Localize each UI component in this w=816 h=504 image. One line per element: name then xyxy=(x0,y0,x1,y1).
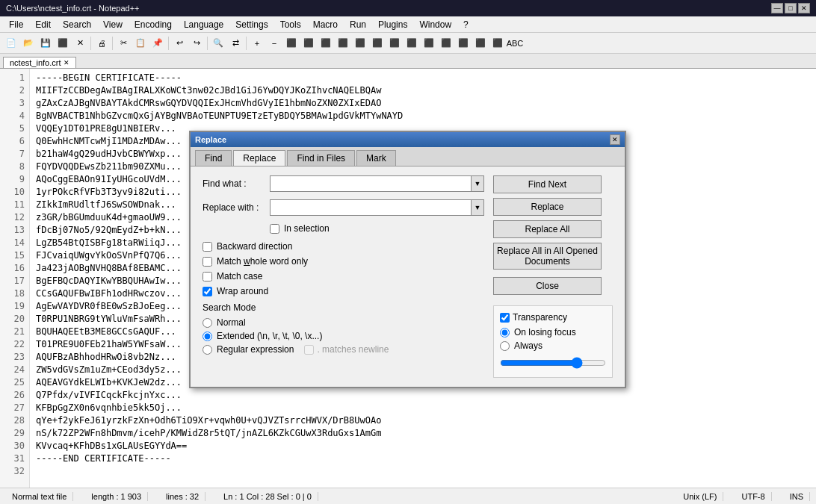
redo-btn[interactable]: ↪ xyxy=(188,35,205,52)
line-ending: Unix (LF) xyxy=(677,492,723,501)
match-whole-word-checkbox[interactable] xyxy=(203,257,212,267)
tb-btn-20[interactable]: ⬛ xyxy=(352,35,368,52)
normal-radio[interactable] xyxy=(203,318,212,328)
replace-all-button[interactable]: Replace All xyxy=(493,220,602,238)
match-whole-word-label: Match whole word only xyxy=(217,256,308,267)
dialog-close-button[interactable]: ✕ xyxy=(610,134,620,145)
match-case-checkbox[interactable] xyxy=(203,272,212,281)
tab-nctest[interactable]: nctest_info.crt ✕ xyxy=(3,57,76,68)
dialog-tab-findinfiles[interactable]: Find in Files xyxy=(287,150,355,166)
wrap-around-checkbox[interactable] xyxy=(203,287,212,296)
menu-macro[interactable]: Macro xyxy=(307,18,344,31)
tb-btn-17[interactable]: ⬛ xyxy=(300,35,317,52)
title-bar: C:\Users\nctest_info.crt - Notepad++ — □… xyxy=(0,0,816,16)
position-info: Ln : 1 Col : 28 Sel : 0 | 0 xyxy=(217,492,318,501)
matches-newline-row: . matches newline xyxy=(304,344,389,355)
dialog-tab-mark[interactable]: Mark xyxy=(356,150,396,166)
transparency-label: Transparency xyxy=(513,312,567,323)
tb-btn-19[interactable]: ⬛ xyxy=(335,35,351,52)
file-type: Normal text file xyxy=(6,492,73,501)
save-all-btn[interactable]: ⬛ xyxy=(55,35,71,52)
tb-btn-25[interactable]: ⬛ xyxy=(438,35,454,52)
on-losing-focus-radio[interactable] xyxy=(500,328,510,337)
tb-btn-26[interactable]: ⬛ xyxy=(455,35,472,52)
menu-search[interactable]: Search xyxy=(57,18,97,31)
tb-btn-21[interactable]: ⬛ xyxy=(369,35,386,52)
close-btn[interactable]: ✕ xyxy=(798,3,810,13)
close-btn[interactable]: ✕ xyxy=(72,35,88,52)
print-btn[interactable]: 🖨 xyxy=(93,35,110,52)
replace-button[interactable]: Replace xyxy=(493,198,602,216)
find-what-input[interactable] xyxy=(270,175,471,192)
menu-language[interactable]: Language xyxy=(178,18,229,31)
menu-window[interactable]: Window xyxy=(413,18,457,31)
extended-radio[interactable] xyxy=(203,332,212,341)
tb-btn-22[interactable]: ⬛ xyxy=(386,35,403,52)
spellcheck-btn[interactable]: ABC xyxy=(507,35,523,52)
tb-btn-24[interactable]: ⬛ xyxy=(421,35,437,52)
match-case-row: Match case xyxy=(203,271,484,281)
replace-all-opened-button[interactable]: Replace All in All OpenedDocuments xyxy=(493,243,602,270)
matches-newline-label: . matches newline xyxy=(317,344,389,355)
backward-direction-checkbox[interactable] xyxy=(203,242,212,252)
title-text: C:\Users\nctest_info.crt - Notepad++ xyxy=(6,4,771,13)
zoom-out-btn[interactable]: − xyxy=(266,35,282,52)
always-radio[interactable] xyxy=(500,341,510,351)
find-what-dropdown[interactable]: ▼ xyxy=(471,175,484,192)
in-selection-label: In selection xyxy=(284,223,330,234)
matches-newline-checkbox[interactable] xyxy=(304,345,314,355)
regex-radio[interactable] xyxy=(203,345,212,355)
paste-btn[interactable]: 📌 xyxy=(149,35,166,52)
regex-row: Regular expression . matches newline xyxy=(203,344,484,355)
save-btn[interactable]: 💾 xyxy=(37,35,54,52)
undo-btn[interactable]: ↩ xyxy=(171,35,188,52)
menu-view[interactable]: View xyxy=(97,18,129,31)
lines-info: lines : 32 xyxy=(160,492,205,501)
length-info: length : 1 903 xyxy=(85,492,148,501)
transparency-checkbox[interactable] xyxy=(500,313,510,323)
close-button[interactable]: Close xyxy=(493,277,602,295)
replace-with-dropdown[interactable]: ▼ xyxy=(471,199,484,216)
replace-with-input[interactable] xyxy=(270,199,471,216)
maximize-btn[interactable]: □ xyxy=(785,3,797,13)
find-next-button[interactable]: Find Next xyxy=(493,175,602,193)
tb-btn-16[interactable]: ⬛ xyxy=(283,35,300,52)
menu-help[interactable]: ? xyxy=(457,18,475,31)
dialog-tab-find[interactable]: Find xyxy=(195,150,232,166)
search-mode-section: Search Mode Normal Extended (\n, \r, \t,… xyxy=(203,302,484,355)
transparency-slider[interactable] xyxy=(500,357,606,369)
always-label: Always xyxy=(514,340,543,351)
menu-file[interactable]: File xyxy=(3,18,29,31)
tb-btn-28[interactable]: ⬛ xyxy=(489,35,506,52)
toolbar-sep-5 xyxy=(246,37,247,50)
toolbar-sep-1 xyxy=(90,37,91,50)
tb-btn-23[interactable]: ⬛ xyxy=(404,35,420,52)
on-losing-focus-row: On losing focus xyxy=(500,327,606,337)
copy-btn[interactable]: 📋 xyxy=(132,35,149,52)
transparency-section: Transparency On losing focus Always xyxy=(493,305,613,378)
dialog-tab-replace[interactable]: Replace xyxy=(233,150,285,166)
menu-edit[interactable]: Edit xyxy=(29,18,57,31)
minimize-btn[interactable]: — xyxy=(771,3,783,13)
zoom-in-btn[interactable]: + xyxy=(249,35,265,52)
dialog-tabs: Find Replace Find in Files Mark xyxy=(191,147,625,167)
find-btn[interactable]: 🔍 xyxy=(210,35,226,52)
replace-dialog: Replace ✕ Find Replace Find in Files Mar… xyxy=(189,131,626,388)
find-what-row: Find what : ▼ xyxy=(203,175,484,192)
tab-close-icon[interactable]: ✕ xyxy=(64,59,69,66)
menu-run[interactable]: Run xyxy=(344,18,372,31)
tb-btn-27[interactable]: ⬛ xyxy=(472,35,489,52)
match-case-label: Match case xyxy=(217,271,262,281)
tb-btn-18[interactable]: ⬛ xyxy=(318,35,334,52)
menu-encoding[interactable]: Encoding xyxy=(129,18,178,31)
menu-plugins[interactable]: Plugins xyxy=(372,18,413,31)
find-what-label: Find what : xyxy=(203,178,270,189)
cut-btn[interactable]: ✂ xyxy=(115,35,132,52)
open-btn[interactable]: 📂 xyxy=(20,35,37,52)
in-selection-checkbox[interactable] xyxy=(270,224,279,234)
replace-btn[interactable]: ⇄ xyxy=(227,35,244,52)
wrap-around-row: Wrap around xyxy=(203,286,484,296)
menu-tools[interactable]: Tools xyxy=(274,18,307,31)
new-btn[interactable]: 📄 xyxy=(3,35,19,52)
menu-settings[interactable]: Settings xyxy=(229,18,273,31)
